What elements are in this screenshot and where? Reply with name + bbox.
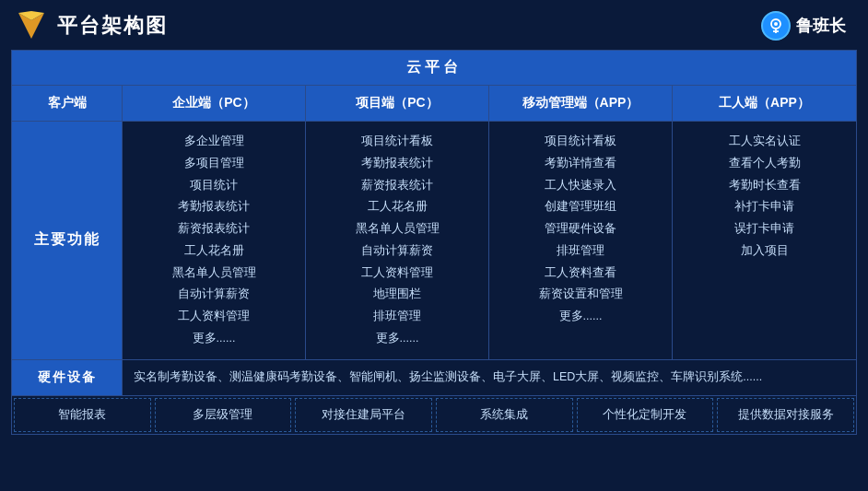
col-header-enterprise: 企业端（PC） bbox=[123, 86, 306, 121]
mobile-features: 项目统计看板考勤详情查看工人快速录入创建管理班组管理硬件设备排班管理工人资料查看… bbox=[489, 122, 673, 359]
enterprise-feature-item: 项目统计 bbox=[130, 175, 298, 197]
enterprise-feature-item: 考勤报表统计 bbox=[130, 196, 298, 218]
project-feature-item: 考勤报表统计 bbox=[313, 153, 481, 175]
project-feature-item: 黑名单人员管理 bbox=[313, 218, 481, 240]
enterprise-feature-item: 多项目管理 bbox=[130, 153, 298, 175]
project-feature-item: 薪资报表统计 bbox=[313, 175, 481, 197]
main-function-label: 主要功能 bbox=[12, 122, 123, 359]
brand-logo: 鲁班长 bbox=[761, 11, 846, 41]
hardware-content: 实名制考勤设备、测温健康码考勤设备、智能闸机、扬尘监测设备、电子大屏、LED大屏… bbox=[123, 360, 856, 395]
worker-feature-item: 查看个人考勤 bbox=[680, 153, 849, 175]
header-title: 平台架构图 bbox=[57, 12, 168, 40]
mobile-feature-item: 管理硬件设备 bbox=[497, 218, 664, 240]
project-feature-item: 项目统计看板 bbox=[313, 131, 481, 153]
mobile-feature-item: 工人资料查看 bbox=[497, 263, 664, 285]
mobile-feature-item: 更多...... bbox=[497, 306, 664, 328]
worker-feature-item: 加入项目 bbox=[680, 240, 849, 263]
column-headers: 客户端 企业端（PC） 项目端（PC） 移动管理端（APP） 工人端（APP） bbox=[12, 86, 856, 122]
worker-feature-item: 误打卡申请 bbox=[680, 218, 849, 240]
brand-name: 鲁班长 bbox=[796, 15, 846, 37]
cloud-platform-row: 云平台 bbox=[12, 51, 856, 86]
mobile-feature-item: 工人快速录入 bbox=[497, 175, 664, 197]
header: 平台架构图 鲁班长 bbox=[0, 0, 868, 50]
mobile-feature-item: 考勤详情查看 bbox=[497, 153, 664, 175]
worker-feature-item: 工人实名认证 bbox=[680, 131, 849, 153]
header-left: 平台架构图 bbox=[15, 9, 168, 42]
bottom-feature-item: 智能报表 bbox=[14, 398, 151, 432]
worker-features: 工人实名认证查看个人考勤考勤时长查看补打卡申请误打卡申请加入项目 bbox=[673, 122, 856, 359]
project-feature-item: 自动计算薪资 bbox=[313, 240, 481, 263]
enterprise-feature-item: 多企业管理 bbox=[130, 131, 298, 153]
enterprise-feature-item: 薪资报表统计 bbox=[130, 218, 298, 240]
enterprise-feature-item: 工人花名册 bbox=[130, 240, 298, 263]
project-feature-item: 更多...... bbox=[313, 328, 481, 350]
enterprise-feature-item: 更多...... bbox=[130, 328, 298, 350]
bottom-feature-item: 提供数据对接服务 bbox=[717, 398, 854, 432]
main-table: 云平台 客户端 企业端（PC） 项目端（PC） 移动管理端（APP） 工人端（A… bbox=[11, 50, 857, 435]
enterprise-feature-item: 自动计算薪资 bbox=[130, 284, 298, 306]
enterprise-feature-item: 黑名单人员管理 bbox=[130, 263, 298, 285]
bottom-feature-item: 系统集成 bbox=[436, 398, 573, 432]
mobile-feature-item: 薪资设置和管理 bbox=[497, 284, 664, 306]
cloud-platform-label: 云平台 bbox=[406, 59, 462, 75]
enterprise-features: 多企业管理多项目管理项目统计考勤报表统计薪资报表统计工人花名册黑名单人员管理自动… bbox=[123, 122, 306, 359]
project-features: 项目统计看板考勤报表统计薪资报表统计工人花名册黑名单人员管理自动计算薪资工人资料… bbox=[306, 122, 489, 359]
col-header-worker: 工人端（APP） bbox=[673, 86, 856, 121]
mobile-feature-item: 创建管理班组 bbox=[497, 196, 664, 218]
bottom-feature-item: 对接住建局平台 bbox=[295, 398, 432, 432]
hardware-label: 硬件设备 bbox=[12, 360, 123, 395]
project-feature-item: 排班管理 bbox=[313, 306, 481, 328]
col-header-client: 客户端 bbox=[12, 86, 123, 121]
hardware-row: 硬件设备 实名制考勤设备、测温健康码考勤设备、智能闸机、扬尘监测设备、电子大屏、… bbox=[12, 360, 856, 396]
worker-feature-item: 考勤时长查看 bbox=[680, 175, 849, 197]
brand-icon bbox=[761, 11, 791, 41]
mobile-feature-item: 排班管理 bbox=[497, 240, 664, 263]
col-header-mobile: 移动管理端（APP） bbox=[489, 86, 673, 121]
bottom-feature-item: 个性化定制开发 bbox=[577, 398, 714, 432]
svg-point-3 bbox=[774, 22, 778, 26]
content-area: 主要功能 多企业管理多项目管理项目统计考勤报表统计薪资报表统计工人花名册黑名单人… bbox=[12, 122, 856, 360]
col-header-project: 项目端（PC） bbox=[306, 86, 489, 121]
logo-icon bbox=[15, 9, 48, 42]
bottom-features: 智能报表多层级管理对接住建局平台系统集成个性化定制开发提供数据对接服务 bbox=[12, 396, 856, 434]
project-feature-item: 工人资料管理 bbox=[313, 263, 481, 285]
bottom-feature-item: 多层级管理 bbox=[155, 398, 292, 432]
worker-feature-item: 补打卡申请 bbox=[680, 196, 849, 218]
enterprise-feature-item: 工人资料管理 bbox=[130, 306, 298, 328]
project-feature-item: 地理围栏 bbox=[313, 284, 481, 306]
project-feature-item: 工人花名册 bbox=[313, 196, 481, 218]
mobile-feature-item: 项目统计看板 bbox=[497, 131, 664, 153]
